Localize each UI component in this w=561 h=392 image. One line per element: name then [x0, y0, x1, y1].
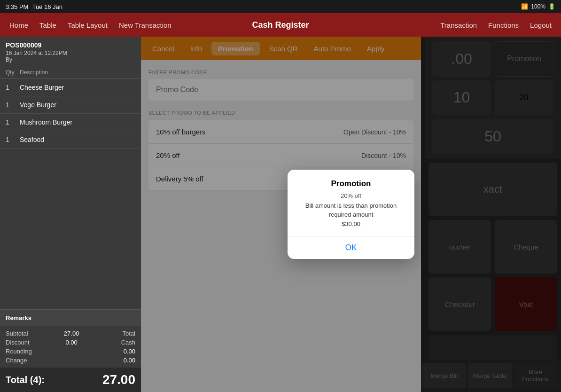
change-label: Change	[6, 357, 27, 364]
grand-total-label: Total (4):	[6, 375, 45, 385]
grand-total-value: 27.00	[102, 372, 135, 387]
list-item[interactable]: 1 Vege Burger	[0, 96, 141, 114]
nav-table-layout[interactable]: Table Layout	[68, 21, 108, 29]
right-panel: Cancel Info Promotion Scan QR Auto Promo…	[141, 37, 561, 392]
status-bar: 3:35 PM Tue 16 Jan 📶 100% 🔋	[0, 0, 561, 13]
change-value: 0.00	[124, 357, 135, 364]
total-label: Total	[123, 330, 135, 337]
grand-total: Total (4): 27.00	[0, 368, 141, 392]
nav-links-left: Home Table Table Layout New Transaction	[9, 21, 171, 29]
rounding-row: Rounding 0.00	[6, 347, 135, 356]
alert-title: Promotion	[295, 179, 407, 188]
alert-dialog: Promotion 20% off Bill amount is less th…	[288, 170, 414, 259]
nav-transaction[interactable]: Transaction	[440, 21, 477, 29]
alert-overlay: Promotion 20% off Bill amount is less th…	[141, 37, 561, 392]
left-panel: POS000009 16 Jan 2024 at 12:22PM By Qty …	[0, 37, 141, 392]
page-title: Cash Register	[252, 20, 309, 30]
item-qty: 1	[6, 136, 20, 143]
order-id: POS000009	[6, 41, 135, 49]
item-name: Seafood	[20, 136, 135, 143]
discount-label: Discount	[6, 339, 30, 346]
subtotal-value: 27.00	[64, 330, 79, 337]
item-name: Mushroom Burger	[20, 118, 135, 126]
battery-level: 100%	[531, 3, 545, 10]
rounding-value: 0.00	[124, 348, 135, 355]
subtotal-row: Subtotal 27.00 Total	[6, 329, 135, 338]
time: 3:35 PM	[6, 3, 28, 10]
cash-label: Cash	[121, 339, 135, 346]
alert-ok-button[interactable]: OK	[288, 236, 414, 259]
nav-home[interactable]: Home	[9, 21, 28, 29]
order-header: POS000009 16 Jan 2024 at 12:22PM By	[0, 37, 141, 66]
list-item[interactable]: 1 Mushroom Burger	[0, 114, 141, 131]
nav-links-right: Transaction Functions Logout	[440, 21, 552, 29]
item-name: Cheese Burger	[20, 84, 135, 91]
order-by: By	[6, 56, 135, 63]
item-qty: 1	[6, 118, 20, 126]
remarks-label: Remarks	[6, 314, 31, 321]
order-columns: Qty Description	[0, 66, 141, 79]
list-item[interactable]: 1 Cheese Burger	[0, 79, 141, 96]
date: Tue 16 Jan	[32, 3, 62, 10]
order-items: 1 Cheese Burger 1 Vege Burger 1 Mushroom…	[0, 79, 141, 309]
totals-section: Subtotal 27.00 Total Discount 0.00 Cash …	[0, 326, 141, 368]
nav-logout[interactable]: Logout	[530, 21, 552, 29]
discount-value: 0.00	[65, 339, 77, 346]
col-qty-header: Qty	[6, 69, 20, 76]
alert-message: Bill amount is less than promotion requi…	[295, 201, 407, 229]
main-content: POS000009 16 Jan 2024 at 12:22PM By Qty …	[0, 37, 561, 392]
item-qty: 1	[6, 101, 20, 109]
list-item[interactable]: 1 Seafood	[0, 131, 141, 149]
alert-body: Promotion 20% off Bill amount is less th…	[288, 170, 414, 236]
alert-subtitle: 20% off	[295, 192, 407, 199]
rounding-label: Rounding	[6, 348, 32, 355]
item-name: Vege Burger	[20, 101, 135, 109]
item-qty: 1	[6, 84, 20, 91]
discount-row: Discount 0.00 Cash	[6, 338, 135, 347]
wifi-icon: 📶	[521, 3, 528, 10]
subtotal-label: Subtotal	[6, 330, 28, 337]
nav-table[interactable]: Table	[39, 21, 56, 29]
nav-functions[interactable]: Functions	[488, 21, 519, 29]
col-desc-header: Description	[20, 69, 135, 76]
nav-new-transaction[interactable]: New Transaction	[119, 21, 171, 29]
order-date: 16 Jan 2024 at 12:22PM	[6, 50, 135, 56]
change-row: Change 0.00	[6, 356, 135, 365]
remarks-section: Remarks	[0, 309, 141, 326]
nav-bar: Home Table Table Layout New Transaction …	[0, 13, 561, 37]
battery-icon: 🔋	[548, 3, 555, 10]
